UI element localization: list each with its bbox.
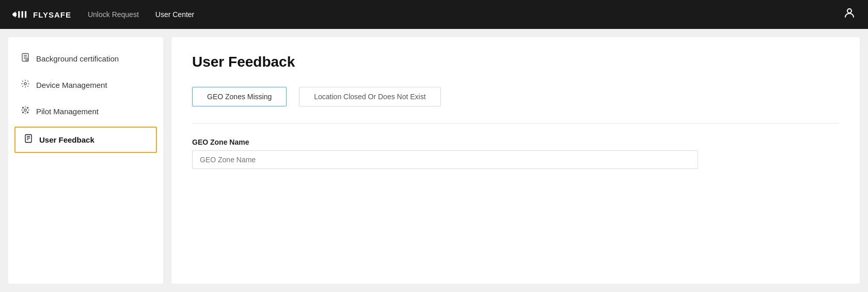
sidebar-label-background-certification: Background certification <box>36 54 119 63</box>
form-section: GEO Zone Name <box>192 138 698 169</box>
device-management-icon <box>21 79 30 91</box>
svg-rect-1 <box>18 11 20 18</box>
tabs-row: GEO Zones Missing Location Closed Or Doe… <box>192 87 839 106</box>
svg-point-13 <box>24 109 27 112</box>
sidebar: Background certification Device Manageme… <box>8 37 163 284</box>
user-feedback-icon <box>24 134 33 146</box>
svg-rect-18 <box>25 135 31 143</box>
svg-point-16 <box>22 112 23 113</box>
sidebar-label-pilot-management: Pilot Management <box>36 107 99 116</box>
sidebar-label-user-feedback: User Feedback <box>39 135 94 144</box>
svg-point-6 <box>847 9 851 13</box>
background-cert-icon <box>21 53 30 65</box>
sidebar-item-device-management[interactable]: Device Management <box>8 72 163 98</box>
nav-unlock-request[interactable]: Unlock Request <box>88 10 139 19</box>
sidebar-item-pilot-management[interactable]: Pilot Management <box>8 98 163 125</box>
dji-logo-icon <box>12 9 29 20</box>
sidebar-label-device-management: Device Management <box>36 81 107 89</box>
geo-zone-name-label: GEO Zone Name <box>192 138 698 146</box>
svg-rect-2 <box>22 11 23 18</box>
logo-text: FLYSAFE <box>33 10 71 19</box>
section-divider <box>192 123 839 124</box>
svg-point-12 <box>24 83 27 85</box>
navbar-logo: FLYSAFE <box>12 9 71 20</box>
svg-rect-3 <box>25 11 26 18</box>
navbar-left: FLYSAFE Unlock Request User Center <box>12 9 194 20</box>
navbar: FLYSAFE Unlock Request User Center <box>0 0 868 29</box>
sidebar-item-background-certification[interactable]: Background certification <box>8 45 163 72</box>
layout: Background certification Device Manageme… <box>0 29 868 292</box>
user-icon[interactable] <box>843 7 856 22</box>
geo-zone-name-input[interactable] <box>192 150 698 169</box>
sidebar-item-user-feedback[interactable]: User Feedback <box>14 127 157 153</box>
page-title: User Feedback <box>192 54 839 70</box>
nav-user-center[interactable]: User Center <box>155 10 194 19</box>
svg-point-15 <box>27 107 28 108</box>
svg-point-14 <box>22 107 23 108</box>
tab-geo-zones-missing[interactable]: GEO Zones Missing <box>192 87 287 106</box>
tab-location-closed[interactable]: Location Closed Or Does Not Exist <box>299 87 440 106</box>
svg-point-17 <box>27 112 28 113</box>
pilot-management-icon <box>21 105 30 117</box>
main-content: User Feedback GEO Zones Missing Location… <box>171 37 860 284</box>
